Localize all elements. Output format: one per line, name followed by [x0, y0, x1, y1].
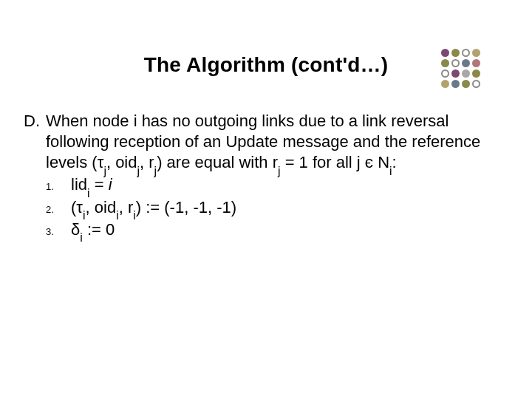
slide-body: D. When node i has no outgoing links due… [24, 111, 502, 242]
deco-dot [472, 80, 480, 88]
slide-title: The Algorithm (cont'd…) [0, 53, 532, 77]
deco-dot [451, 80, 460, 88]
list-item-text: lidi = i [71, 174, 112, 195]
list-item: 1.lidi = i [46, 174, 502, 195]
section-marker: D. [24, 111, 46, 173]
section-text: When node i has no outgoing links due to… [46, 111, 502, 173]
slide: The Algorithm (cont'd…) D. When node i h… [0, 0, 532, 399]
numbered-list: 1.lidi = i2.(τi, oidi, ri) := (-1, -1, -… [24, 174, 502, 239]
list-item-text: δi := 0 [71, 219, 115, 240]
list-item-number: 3. [46, 226, 71, 239]
deco-dot [441, 80, 449, 88]
list-item-number: 2. [46, 204, 71, 216]
list-item: 2.(τi, oidi, ri) := (-1, -1, -1) [46, 197, 502, 218]
list-item: 3.δi := 0 [46, 219, 502, 240]
list-item-text: (τi, oidi, ri) := (-1, -1, -1) [71, 197, 236, 218]
section-paragraph: D. When node i has no outgoing links due… [24, 111, 502, 173]
list-item-number: 1. [46, 181, 71, 194]
deco-dot [462, 80, 470, 88]
